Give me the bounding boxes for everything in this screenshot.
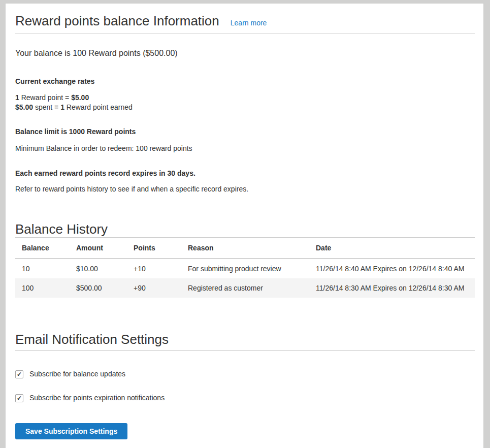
exchange-line2-text2: Reward point earned bbox=[64, 103, 133, 111]
column-header-balance: Balance bbox=[15, 238, 70, 259]
cell-amount: $10.00 bbox=[70, 259, 127, 279]
header-divider bbox=[15, 34, 475, 34]
checkmark-icon: ✓ bbox=[17, 395, 22, 401]
exchange-line1-points: 1 bbox=[15, 93, 19, 102]
column-header-points: Points bbox=[127, 238, 181, 259]
cell-points: +10 bbox=[127, 259, 181, 279]
exchange-rate-line-2: $5.00 spent = 1 Reward point earned bbox=[15, 103, 475, 112]
table-row: 100 $500.00 +90 Registered as customer 1… bbox=[15, 278, 475, 298]
balance-limit-text: Balance limit is 1000 Reward points bbox=[15, 127, 475, 136]
exchange-rate-line-1: 1 Reward point = $5.00 bbox=[15, 93, 475, 103]
column-header-amount: Amount bbox=[70, 238, 127, 259]
column-header-date: Date bbox=[309, 238, 475, 259]
points-expiration-option: ✓ Subscribe for points expiration notifi… bbox=[15, 394, 475, 402]
points-expiration-label[interactable]: Subscribe for points expiration notifica… bbox=[29, 394, 165, 402]
cell-date: 11/26/14 8:30 AM Expires on 12/26/14 8:3… bbox=[309, 278, 475, 298]
save-subscription-settings-button[interactable]: Save Subscription Settings bbox=[15, 423, 127, 439]
cell-date: 11/26/14 8:40 AM Expires on 12/26/14 8:4… bbox=[309, 259, 475, 279]
expiry-rule-text: Each earned reward points record expires… bbox=[15, 169, 475, 178]
learn-more-link[interactable]: Learn more bbox=[231, 19, 267, 27]
cell-points: +90 bbox=[127, 278, 181, 298]
reward-points-card: Reward points balance Information Learn … bbox=[6, 4, 483, 448]
cell-balance: 10 bbox=[15, 259, 70, 279]
checkmark-icon: ✓ bbox=[17, 371, 22, 377]
exchange-line1-amount: $5.00 bbox=[71, 93, 89, 102]
balance-updates-label[interactable]: Subscribe for balance updates bbox=[29, 370, 125, 378]
balance-history-table: Balance Amount Points Reason Date 10 $10… bbox=[15, 237, 475, 298]
balance-summary: Your balance is 100 Reward points ($500.… bbox=[15, 48, 475, 59]
points-expiration-checkbox[interactable]: ✓ bbox=[15, 394, 23, 402]
exchange-line2-points: 1 bbox=[60, 103, 64, 111]
page-header: Reward points balance Information Learn … bbox=[15, 13, 475, 28]
exchange-rates-heading: Current exchange rates bbox=[15, 77, 475, 86]
email-settings-divider bbox=[15, 350, 475, 351]
balance-updates-option: ✓ Subscribe for balance updates bbox=[15, 370, 475, 378]
balance-updates-checkbox[interactable]: ✓ bbox=[15, 370, 23, 378]
table-header-row: Balance Amount Points Reason Date bbox=[15, 238, 475, 259]
exchange-line1-text: Reward point = bbox=[19, 93, 71, 102]
exchange-line2-amount: $5.00 bbox=[15, 103, 33, 111]
balance-history-section: Balance History Balance Amount Points Re… bbox=[15, 221, 475, 298]
email-notification-section: Email Notification Settings ✓ Subscribe … bbox=[15, 331, 475, 439]
expiry-note-text: Refer to reward points history to see if… bbox=[15, 185, 475, 194]
cell-reason: For submitting product review bbox=[181, 259, 309, 279]
page-title: Reward points balance Information bbox=[15, 13, 219, 28]
minimum-balance-text: Minimum Balance in order to redeem: 100 … bbox=[15, 144, 475, 153]
email-settings-heading: Email Notification Settings bbox=[15, 331, 475, 347]
balance-history-heading: Balance History bbox=[15, 221, 475, 237]
cell-amount: $500.00 bbox=[70, 278, 127, 298]
cell-reason: Registered as customer bbox=[181, 278, 309, 298]
exchange-line2-text: spent = bbox=[33, 103, 60, 111]
exchange-rates-lines: 1 Reward point = $5.00 $5.00 spent = 1 R… bbox=[15, 93, 475, 112]
table-row: 10 $10.00 +10 For submitting product rev… bbox=[15, 259, 475, 279]
column-header-reason: Reason bbox=[181, 238, 309, 259]
cell-balance: 100 bbox=[15, 278, 70, 298]
